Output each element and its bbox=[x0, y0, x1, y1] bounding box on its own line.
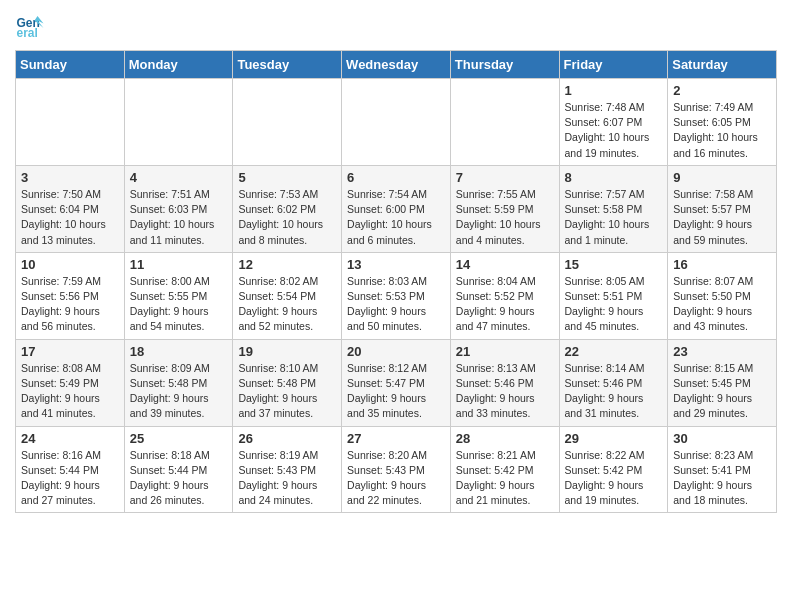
weekday-header: Friday bbox=[559, 51, 668, 79]
day-info: Sunrise: 8:02 AMSunset: 5:54 PMDaylight:… bbox=[238, 274, 336, 335]
day-number: 2 bbox=[673, 83, 771, 98]
day-info: Sunrise: 7:59 AMSunset: 5:56 PMDaylight:… bbox=[21, 274, 119, 335]
day-number: 4 bbox=[130, 170, 228, 185]
calendar-cell: 22Sunrise: 8:14 AMSunset: 5:46 PMDayligh… bbox=[559, 339, 668, 426]
calendar-cell: 14Sunrise: 8:04 AMSunset: 5:52 PMDayligh… bbox=[450, 252, 559, 339]
calendar-cell: 10Sunrise: 7:59 AMSunset: 5:56 PMDayligh… bbox=[16, 252, 125, 339]
calendar-cell bbox=[124, 79, 233, 166]
calendar-week-row: 24Sunrise: 8:16 AMSunset: 5:44 PMDayligh… bbox=[16, 426, 777, 513]
day-number: 22 bbox=[565, 344, 663, 359]
calendar-cell: 27Sunrise: 8:20 AMSunset: 5:43 PMDayligh… bbox=[342, 426, 451, 513]
day-info: Sunrise: 8:00 AMSunset: 5:55 PMDaylight:… bbox=[130, 274, 228, 335]
day-info: Sunrise: 7:53 AMSunset: 6:02 PMDaylight:… bbox=[238, 187, 336, 248]
calendar-cell: 21Sunrise: 8:13 AMSunset: 5:46 PMDayligh… bbox=[450, 339, 559, 426]
calendar-header-row: SundayMondayTuesdayWednesdayThursdayFrid… bbox=[16, 51, 777, 79]
day-number: 15 bbox=[565, 257, 663, 272]
calendar-cell: 13Sunrise: 8:03 AMSunset: 5:53 PMDayligh… bbox=[342, 252, 451, 339]
day-info: Sunrise: 7:55 AMSunset: 5:59 PMDaylight:… bbox=[456, 187, 554, 248]
day-number: 27 bbox=[347, 431, 445, 446]
calendar-cell: 6Sunrise: 7:54 AMSunset: 6:00 PMDaylight… bbox=[342, 165, 451, 252]
calendar-cell: 2Sunrise: 7:49 AMSunset: 6:05 PMDaylight… bbox=[668, 79, 777, 166]
day-number: 13 bbox=[347, 257, 445, 272]
day-info: Sunrise: 8:10 AMSunset: 5:48 PMDaylight:… bbox=[238, 361, 336, 422]
day-info: Sunrise: 8:15 AMSunset: 5:45 PMDaylight:… bbox=[673, 361, 771, 422]
day-number: 28 bbox=[456, 431, 554, 446]
day-info: Sunrise: 8:05 AMSunset: 5:51 PMDaylight:… bbox=[565, 274, 663, 335]
calendar-cell: 15Sunrise: 8:05 AMSunset: 5:51 PMDayligh… bbox=[559, 252, 668, 339]
day-number: 16 bbox=[673, 257, 771, 272]
calendar-cell: 28Sunrise: 8:21 AMSunset: 5:42 PMDayligh… bbox=[450, 426, 559, 513]
day-info: Sunrise: 7:48 AMSunset: 6:07 PMDaylight:… bbox=[565, 100, 663, 161]
calendar-cell: 20Sunrise: 8:12 AMSunset: 5:47 PMDayligh… bbox=[342, 339, 451, 426]
day-number: 1 bbox=[565, 83, 663, 98]
day-number: 7 bbox=[456, 170, 554, 185]
day-number: 8 bbox=[565, 170, 663, 185]
day-number: 21 bbox=[456, 344, 554, 359]
weekday-header: Sunday bbox=[16, 51, 125, 79]
weekday-header: Tuesday bbox=[233, 51, 342, 79]
calendar-cell: 26Sunrise: 8:19 AMSunset: 5:43 PMDayligh… bbox=[233, 426, 342, 513]
calendar-cell: 18Sunrise: 8:09 AMSunset: 5:48 PMDayligh… bbox=[124, 339, 233, 426]
day-info: Sunrise: 8:13 AMSunset: 5:46 PMDaylight:… bbox=[456, 361, 554, 422]
calendar-body: 1Sunrise: 7:48 AMSunset: 6:07 PMDaylight… bbox=[16, 79, 777, 513]
calendar-cell: 25Sunrise: 8:18 AMSunset: 5:44 PMDayligh… bbox=[124, 426, 233, 513]
calendar-cell: 4Sunrise: 7:51 AMSunset: 6:03 PMDaylight… bbox=[124, 165, 233, 252]
day-number: 30 bbox=[673, 431, 771, 446]
calendar-cell bbox=[342, 79, 451, 166]
calendar-cell bbox=[450, 79, 559, 166]
day-info: Sunrise: 7:50 AMSunset: 6:04 PMDaylight:… bbox=[21, 187, 119, 248]
day-info: Sunrise: 8:19 AMSunset: 5:43 PMDaylight:… bbox=[238, 448, 336, 509]
day-number: 18 bbox=[130, 344, 228, 359]
day-number: 20 bbox=[347, 344, 445, 359]
day-info: Sunrise: 8:16 AMSunset: 5:44 PMDaylight:… bbox=[21, 448, 119, 509]
calendar-cell: 29Sunrise: 8:22 AMSunset: 5:42 PMDayligh… bbox=[559, 426, 668, 513]
logo: Gen eral bbox=[15, 10, 49, 40]
weekday-header: Thursday bbox=[450, 51, 559, 79]
day-number: 25 bbox=[130, 431, 228, 446]
calendar-cell: 5Sunrise: 7:53 AMSunset: 6:02 PMDaylight… bbox=[233, 165, 342, 252]
calendar-cell bbox=[16, 79, 125, 166]
day-info: Sunrise: 7:57 AMSunset: 5:58 PMDaylight:… bbox=[565, 187, 663, 248]
day-number: 17 bbox=[21, 344, 119, 359]
day-info: Sunrise: 7:49 AMSunset: 6:05 PMDaylight:… bbox=[673, 100, 771, 161]
day-info: Sunrise: 8:22 AMSunset: 5:42 PMDaylight:… bbox=[565, 448, 663, 509]
weekday-header: Wednesday bbox=[342, 51, 451, 79]
calendar-cell: 17Sunrise: 8:08 AMSunset: 5:49 PMDayligh… bbox=[16, 339, 125, 426]
day-info: Sunrise: 8:08 AMSunset: 5:49 PMDaylight:… bbox=[21, 361, 119, 422]
calendar-table: SundayMondayTuesdayWednesdayThursdayFrid… bbox=[15, 50, 777, 513]
calendar-cell: 19Sunrise: 8:10 AMSunset: 5:48 PMDayligh… bbox=[233, 339, 342, 426]
day-info: Sunrise: 8:12 AMSunset: 5:47 PMDaylight:… bbox=[347, 361, 445, 422]
day-number: 12 bbox=[238, 257, 336, 272]
calendar-cell: 24Sunrise: 8:16 AMSunset: 5:44 PMDayligh… bbox=[16, 426, 125, 513]
day-info: Sunrise: 7:58 AMSunset: 5:57 PMDaylight:… bbox=[673, 187, 771, 248]
day-number: 19 bbox=[238, 344, 336, 359]
calendar-cell: 11Sunrise: 8:00 AMSunset: 5:55 PMDayligh… bbox=[124, 252, 233, 339]
day-number: 5 bbox=[238, 170, 336, 185]
calendar-cell: 3Sunrise: 7:50 AMSunset: 6:04 PMDaylight… bbox=[16, 165, 125, 252]
logo-icon: Gen eral bbox=[15, 10, 45, 40]
svg-text:eral: eral bbox=[17, 26, 38, 40]
weekday-header: Saturday bbox=[668, 51, 777, 79]
day-info: Sunrise: 8:09 AMSunset: 5:48 PMDaylight:… bbox=[130, 361, 228, 422]
day-info: Sunrise: 7:51 AMSunset: 6:03 PMDaylight:… bbox=[130, 187, 228, 248]
day-info: Sunrise: 8:04 AMSunset: 5:52 PMDaylight:… bbox=[456, 274, 554, 335]
day-info: Sunrise: 8:07 AMSunset: 5:50 PMDaylight:… bbox=[673, 274, 771, 335]
calendar-cell: 30Sunrise: 8:23 AMSunset: 5:41 PMDayligh… bbox=[668, 426, 777, 513]
calendar-cell: 16Sunrise: 8:07 AMSunset: 5:50 PMDayligh… bbox=[668, 252, 777, 339]
day-number: 26 bbox=[238, 431, 336, 446]
day-info: Sunrise: 8:03 AMSunset: 5:53 PMDaylight:… bbox=[347, 274, 445, 335]
calendar-cell: 1Sunrise: 7:48 AMSunset: 6:07 PMDaylight… bbox=[559, 79, 668, 166]
calendar-cell bbox=[233, 79, 342, 166]
day-info: Sunrise: 8:14 AMSunset: 5:46 PMDaylight:… bbox=[565, 361, 663, 422]
day-number: 23 bbox=[673, 344, 771, 359]
calendar-cell: 23Sunrise: 8:15 AMSunset: 5:45 PMDayligh… bbox=[668, 339, 777, 426]
calendar-cell: 8Sunrise: 7:57 AMSunset: 5:58 PMDaylight… bbox=[559, 165, 668, 252]
day-info: Sunrise: 8:23 AMSunset: 5:41 PMDaylight:… bbox=[673, 448, 771, 509]
day-number: 10 bbox=[21, 257, 119, 272]
day-number: 9 bbox=[673, 170, 771, 185]
day-info: Sunrise: 7:54 AMSunset: 6:00 PMDaylight:… bbox=[347, 187, 445, 248]
calendar-week-row: 3Sunrise: 7:50 AMSunset: 6:04 PMDaylight… bbox=[16, 165, 777, 252]
calendar-cell: 12Sunrise: 8:02 AMSunset: 5:54 PMDayligh… bbox=[233, 252, 342, 339]
calendar-week-row: 10Sunrise: 7:59 AMSunset: 5:56 PMDayligh… bbox=[16, 252, 777, 339]
calendar-cell: 7Sunrise: 7:55 AMSunset: 5:59 PMDaylight… bbox=[450, 165, 559, 252]
